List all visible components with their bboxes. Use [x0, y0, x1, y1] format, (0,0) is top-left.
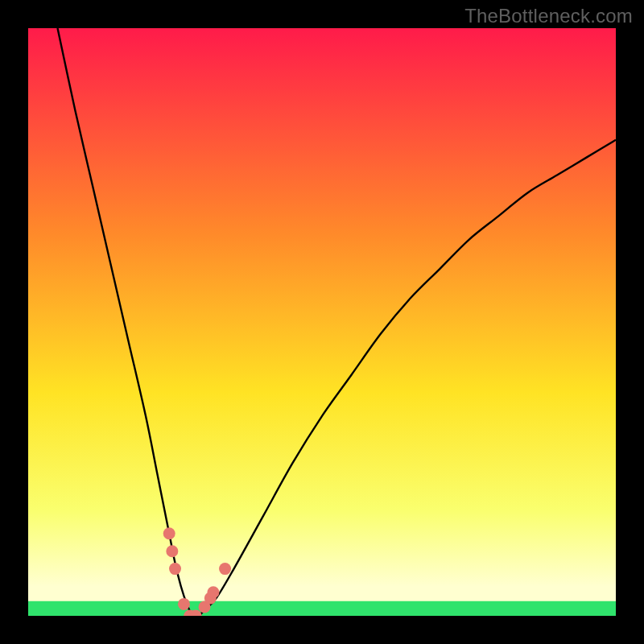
data-point [219, 563, 231, 575]
data-point [178, 598, 190, 610]
chart-stage: TheBottleneck.com [0, 0, 644, 644]
watermark-text: TheBottleneck.com [464, 5, 633, 27]
heat-gradient-bg [28, 28, 616, 616]
data-point [163, 527, 175, 539]
data-point [207, 586, 219, 598]
data-point [169, 563, 181, 575]
bottleneck-chart [28, 28, 616, 616]
green-band [28, 601, 616, 616]
plot-area [28, 28, 616, 616]
data-point [166, 545, 178, 557]
